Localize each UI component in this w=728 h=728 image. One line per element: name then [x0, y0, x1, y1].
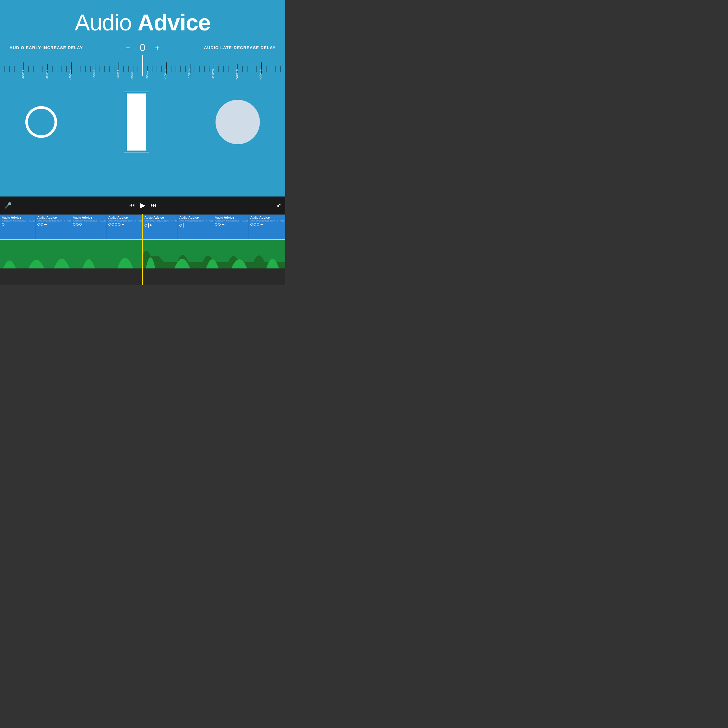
minus-button[interactable]: −	[125, 43, 131, 53]
thumb-4: Audio Advice AUDIO EARLY-INCREASE DELAY …	[107, 214, 142, 239]
thumb-dots-9	[284, 222, 285, 227]
prev-button[interactable]: ⏮	[129, 202, 135, 208]
thumb-dots-8	[248, 222, 284, 227]
svg-text:-50ms: -50ms	[131, 71, 134, 80]
playback-bar: 🎤 ⏮ ▶ ⏭ ⤢	[0, 196, 285, 214]
svg-text:-150ms: -150ms	[93, 70, 96, 80]
thumb-9: Audio Advice AUDIO EARLY-INCREASE DELAY …	[284, 214, 285, 239]
thumb-dots-7	[213, 222, 248, 227]
center-controls: − 0 +	[125, 42, 160, 54]
thumb-3: Audio Advice AUDIO EARLY-INCREASE DELAY …	[71, 214, 107, 239]
svg-text:-100ms: -100ms	[116, 70, 119, 80]
visual-row	[0, 85, 285, 159]
circle-outline	[25, 106, 57, 138]
thumb-title-9: Audio Advice	[284, 214, 285, 220]
thumb-8: Audio Advice AUDIO EARLY-INCREASE DELAY …	[248, 214, 284, 239]
thumb-subtext-2: AUDIO EARLY-INCREASE DELAY — 0 + AUDIO L…	[35, 220, 71, 222]
playback-controls: ⏮ ▶ ⏭	[129, 201, 156, 210]
thumb-subtext-7: AUDIO EARLY-INCREASE DELAY — 0 + AUDIO L…	[213, 220, 248, 222]
controls-row: AUDIO EARLY-INCREASE DELAY − 0 + AUDIO L…	[0, 42, 285, 54]
thumb-dots-3	[71, 222, 106, 227]
delay-value: 0	[136, 42, 149, 54]
thumb-title-8: Audio Advice	[248, 214, 284, 220]
bar-body	[127, 93, 146, 151]
svg-text:-200ms: -200ms	[69, 70, 72, 80]
app-title: Audio Advice	[0, 0, 285, 35]
svg-text:+50ms: +50ms	[146, 71, 149, 80]
thumb-title-1: Audio Advice	[0, 214, 35, 220]
label-late-delay: AUDIO LATE-DECREASE DELAY	[204, 45, 276, 50]
title-bold: Advice	[138, 10, 210, 35]
play-button[interactable]: ▶	[140, 201, 145, 210]
thumb-dots-6	[177, 222, 213, 229]
expand-icon[interactable]: ⤢	[277, 202, 281, 208]
thumb-1: Audio Advice AUDIO EARLY-INCREASE DELAY …	[0, 214, 35, 239]
audio-track[interactable]	[0, 240, 285, 268]
timeline-area: Audio Advice AUDIO EARLY-INCREASE DELAY …	[0, 214, 285, 285]
thumb-6: Audio Advice AUDIO EARLY-INCREASE DELAY …	[177, 214, 213, 239]
thumb-subtext-8: AUDIO EARLY-INCREASE DELAY — 0 + AUDIO L…	[248, 220, 284, 222]
mic-icon: 🎤	[5, 202, 11, 209]
thumb-dots-2	[35, 222, 71, 227]
thumb-title-6: Audio Advice	[177, 214, 213, 220]
circle-filled	[216, 100, 260, 144]
svg-text:+250ms: +250ms	[235, 69, 239, 80]
bar-bottom-line	[124, 152, 149, 153]
thumb-dots-4	[107, 222, 142, 227]
next-button[interactable]: ⏭	[151, 202, 156, 208]
thumb-title-5: Audio Advice	[142, 214, 177, 220]
center-bar	[124, 92, 149, 153]
thumb-subtext-1: AUDIO EARLY-INCREASE DELAY — 0 + AUDIO L…	[0, 220, 35, 222]
thumb-title-3: Audio Advice	[71, 214, 106, 220]
svg-text:+300ms: +300ms	[259, 69, 262, 80]
main-panel: Audio Advice AUDIO EARLY-INCREASE DELAY …	[0, 0, 285, 196]
thumb-title-4: Audio Advice	[107, 214, 142, 220]
svg-text:-250ms: -250ms	[45, 70, 48, 80]
svg-text:+150ms: +150ms	[188, 69, 191, 80]
thumb-subtext-5: AUDIO EARLY-INCREASE DELAY — 0 + AUDIO L…	[142, 220, 177, 222]
thumb-dots-1	[0, 222, 35, 227]
svg-text:+100ms: +100ms	[164, 69, 167, 80]
thumb-subtext-6: AUDIO EARLY-INCREASE DELAY — 0 + AUDIO L…	[177, 220, 213, 222]
label-early-delay: AUDIO EARLY-INCREASE DELAY	[9, 45, 83, 50]
audio-playhead	[142, 240, 143, 268]
thumb-7: Audio Advice AUDIO EARLY-INCREASE DELAY …	[213, 214, 248, 239]
plus-button[interactable]: +	[154, 43, 160, 53]
ruler: // This won't run in SVG, we'll inline t…	[0, 57, 285, 82]
thumb-title-2: Audio Advice	[35, 214, 71, 220]
svg-text:+200ms: +200ms	[211, 69, 214, 80]
thumb-5: Audio Advice AUDIO EARLY-INCREASE DELAY …	[142, 214, 177, 239]
bar-top-line	[124, 92, 149, 92]
thumb-subtext-4: AUDIO EARLY-INCREASE DELAY — 0 + AUDIO L…	[107, 220, 142, 222]
thumb-2: Audio Advice AUDIO EARLY-INCREASE DELAY …	[35, 214, 71, 239]
thumb-dots-5	[142, 222, 177, 229]
thumb-subtext-3: AUDIO EARLY-INCREASE DELAY — 0 + AUDIO L…	[71, 220, 106, 222]
thumb-title-7: Audio Advice	[213, 214, 248, 220]
title-light: Audio	[75, 10, 138, 35]
svg-text:-300ms: -300ms	[21, 70, 24, 80]
